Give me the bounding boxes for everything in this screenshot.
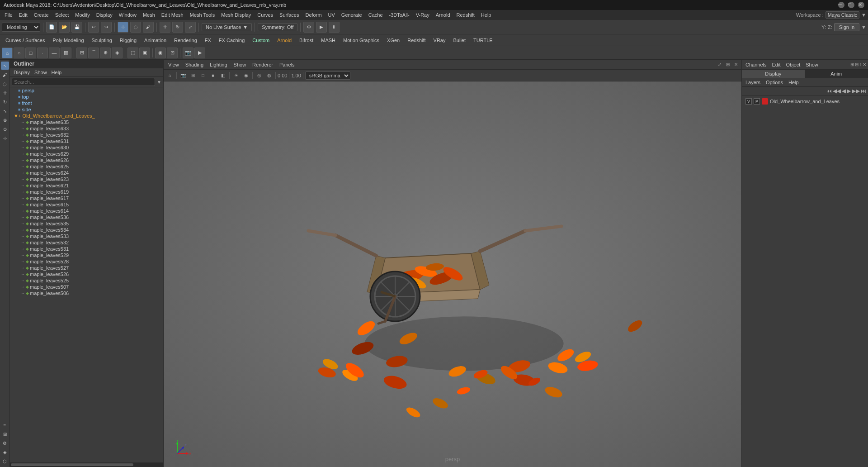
vp-camera-icon[interactable]: 📷 (179, 71, 188, 80)
outliner-item-24[interactable]: → ◆ maple_leaves526 (10, 271, 163, 277)
menu-generate[interactable]: Generate (339, 11, 365, 19)
playblast-button[interactable]: ▶ (316, 22, 327, 33)
icon-display-wire[interactable]: ⊡ (167, 48, 178, 58)
outliner-item-10[interactable]: → ◆ maple_leaves621 (10, 182, 163, 189)
tool-settings-icon[interactable]: ⚙ (1, 439, 9, 447)
nav-skip-start-icon[interactable]: ⏮ (826, 88, 832, 94)
subtab-help[interactable]: Help (787, 79, 801, 86)
nav-next-icon[interactable]: ▶ (847, 88, 851, 94)
layer-playback-toggle[interactable]: P (754, 98, 760, 105)
menu-mesh-display[interactable]: Mesh Display (218, 11, 254, 19)
module-custom[interactable]: Custom (249, 37, 273, 44)
viewport-menu-show[interactable]: Show (231, 62, 249, 68)
vp-isolate-icon[interactable]: ◎ (255, 71, 264, 80)
attribute-editor-icon[interactable]: ⊞ (1, 430, 9, 438)
module-curves-surfaces[interactable]: Curves / Surfaces (2, 37, 48, 44)
subtab-options[interactable]: Options (764, 79, 785, 86)
viewport-menu-view[interactable]: View (165, 62, 182, 68)
outliner-item-26[interactable]: → ◆ maple_leaves507 (10, 284, 163, 290)
horizontal-scroll-thumb[interactable] (11, 463, 133, 466)
outliner-show-menu[interactable]: Show (33, 69, 49, 76)
menu-arnold[interactable]: Arnold (433, 11, 453, 19)
menu-edit-mesh[interactable]: Edit Mesh (159, 11, 186, 19)
outliner-item-top[interactable]: ■ top (10, 94, 163, 100)
outliner-item-21[interactable]: → ◆ maple_leaves529 (10, 252, 163, 258)
vp-grid-icon[interactable]: ⊞ (189, 71, 198, 80)
menu-window[interactable]: Window (116, 11, 139, 19)
tab-display[interactable]: Display (742, 70, 805, 78)
channel-box-icon[interactable]: ≡ (1, 421, 9, 429)
viewport-canvas[interactable]: X Y Z persp (164, 81, 741, 467)
save-scene-button[interactable]: 💾 (71, 22, 82, 33)
nav-prev-icon[interactable]: ◀ (842, 88, 846, 94)
workspace-name[interactable]: Maya Classic (826, 11, 859, 19)
scale-icon[interactable]: ⤡ (1, 107, 9, 115)
outliner-item-5[interactable]: → ◆ maple_leaves629 (10, 151, 163, 157)
vp-light-icon[interactable]: ☀ (231, 71, 241, 80)
outliner-item-11[interactable]: → ◆ maple_leaves619 (10, 189, 163, 195)
outliner-item-0[interactable]: → ◆ maple_leaves635 (10, 119, 163, 125)
viewport-menu-renderer[interactable]: Renderer (250, 62, 276, 68)
outliner-item-4[interactable]: → ◆ maple_leaves630 (10, 144, 163, 151)
module-mash[interactable]: MASH (317, 37, 339, 44)
menu-deform[interactable]: Deform (302, 11, 324, 19)
icon-render-region[interactable]: ⬚ (127, 48, 138, 58)
icon-render-seq[interactable]: ▶ (194, 48, 205, 58)
menu-curves[interactable]: Curves (255, 11, 276, 19)
menu-mesh-tools[interactable]: Mesh Tools (187, 11, 217, 19)
menu-3dtoall[interactable]: -3DToAll- (387, 11, 412, 19)
module-fx-caching[interactable]: FX Caching (215, 37, 248, 44)
menu-vray[interactable]: V-Ray (413, 11, 432, 19)
menu-file[interactable]: File (2, 11, 15, 19)
vp-texture-icon[interactable]: ◧ (218, 71, 227, 80)
menu-modify[interactable]: Modify (72, 11, 92, 19)
rp-icon-1[interactable]: ⊞ (850, 62, 854, 67)
outliner-item-22[interactable]: → ◆ maple_leaves528 (10, 258, 163, 265)
icon-camera[interactable]: 📷 (183, 48, 193, 58)
outliner-item-20[interactable]: → ◆ maple_leaves531 (10, 246, 163, 252)
move-icon[interactable]: ✛ (1, 89, 9, 97)
show-manip-icon[interactable]: ⊹ (1, 134, 9, 142)
module-rigging[interactable]: Rigging (116, 37, 140, 44)
menu-create[interactable]: Create (31, 11, 52, 19)
outliner-item-1[interactable]: → ◆ maple_leaves633 (10, 125, 163, 132)
viewport-menu-panels[interactable]: Panels (277, 62, 297, 68)
open-scene-button[interactable]: 📂 (59, 22, 70, 33)
move-tool-button[interactable]: ✛ (160, 22, 170, 33)
tab-anim[interactable]: Anim (805, 70, 868, 78)
pause-button[interactable]: ⏸ (329, 22, 340, 33)
rp-icon-4[interactable]: ✕ (863, 62, 866, 67)
module-vray[interactable]: VRay (430, 37, 449, 44)
outliner-item-13[interactable]: → ◆ maple_leaves615 (10, 201, 163, 208)
outliner-item-persp[interactable]: ■ persp (10, 87, 163, 94)
outliner-help-menu[interactable]: Help (50, 69, 64, 76)
rotate-tool-button[interactable]: ↻ (172, 22, 183, 33)
layer-color-swatch[interactable] (762, 98, 768, 105)
menu-help[interactable]: Help (478, 11, 494, 19)
show-menu[interactable]: Show (804, 62, 820, 68)
subtab-layers[interactable]: Layers (744, 79, 762, 86)
icon-snap-point[interactable]: ⊕ (100, 48, 111, 58)
menu-redshift[interactable]: Redshift (454, 11, 477, 19)
outliner-item-7[interactable]: → ◆ maple_leaves625 (10, 163, 163, 170)
select-tool-button[interactable]: ⊹ (118, 22, 128, 33)
outliner-item-18[interactable]: → ◆ maple_leaves533 (10, 233, 163, 239)
lasso-select-button[interactable]: ◌ (130, 22, 141, 33)
module-animation[interactable]: Animation (141, 37, 170, 44)
lasso-tool-icon[interactable]: ◌ (1, 80, 9, 88)
outliner-display-menu[interactable]: Display (12, 69, 32, 76)
menu-surfaces[interactable]: Surfaces (277, 11, 302, 19)
workspace-dropdown-icon[interactable]: ▼ (861, 12, 866, 18)
outliner-item-9[interactable]: → ◆ maple_leaves623 (10, 176, 163, 182)
icon-face[interactable]: ▦ (61, 48, 71, 58)
vp-solid-icon[interactable]: ■ (208, 71, 217, 80)
module-sculpting[interactable]: Sculpting (88, 37, 116, 44)
nav-prev-prev-icon[interactable]: ◀◀ (833, 88, 841, 94)
paint-tool-icon[interactable]: 🖌 (1, 71, 9, 79)
outliner-item-12[interactable]: → ◆ maple_leaves617 (10, 195, 163, 201)
outliner-item-14[interactable]: → ◆ maple_leaves614 (10, 208, 163, 214)
outliner-search-input[interactable] (12, 78, 155, 86)
undo-button[interactable]: ↩ (88, 22, 99, 33)
rotate-icon[interactable]: ↻ (1, 98, 9, 106)
viewport-close-button[interactable]: ✕ (732, 61, 740, 68)
